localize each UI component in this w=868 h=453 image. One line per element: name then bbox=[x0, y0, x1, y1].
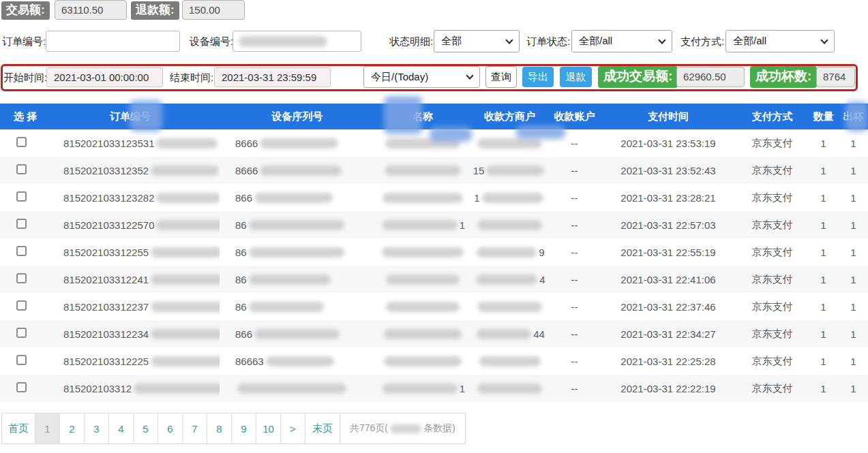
page-button[interactable]: 7 bbox=[182, 413, 207, 444]
row-checkbox[interactable] bbox=[16, 355, 27, 365]
cups-cell: 1 bbox=[839, 157, 868, 184]
row-checkbox[interactable] bbox=[16, 219, 27, 229]
pagination-next-button[interactable]: > bbox=[280, 413, 305, 444]
device-serial-cell: 8666 bbox=[220, 157, 375, 184]
pay-method-cell: 京东支付 bbox=[736, 238, 808, 266]
row-checkbox[interactable] bbox=[16, 382, 27, 392]
redaction-blur bbox=[156, 220, 220, 230]
row-checkbox[interactable] bbox=[16, 246, 27, 256]
row-checkbox[interactable] bbox=[16, 164, 27, 174]
device-serial-cell: 86 bbox=[220, 238, 375, 266]
redaction-blur bbox=[383, 220, 458, 230]
cups-cell: 1 bbox=[839, 293, 868, 320]
quick-range-value: 今日/(Today) bbox=[371, 71, 428, 84]
pay-time-cell: 2021-03-31 22:37:46 bbox=[600, 293, 736, 320]
order-number-cell: 81520210331235310481 bbox=[41, 129, 220, 157]
device-serial-cell: 86 bbox=[220, 293, 375, 320]
status-detail-select[interactable]: 全部 bbox=[434, 30, 520, 52]
redaction-patch bbox=[516, 125, 565, 139]
device-no-input[interactable] bbox=[233, 31, 361, 52]
order-no-input[interactable] bbox=[46, 31, 180, 52]
page-button[interactable]: 8 bbox=[207, 413, 232, 444]
export-button[interactable]: 导出 bbox=[522, 67, 554, 87]
order-number-cell: 815202103312328209 bbox=[41, 184, 220, 211]
page-button[interactable]: 10 bbox=[256, 413, 281, 444]
page-button[interactable]: 5 bbox=[133, 413, 158, 444]
pagination-summary: 共776页( 条数据) bbox=[340, 413, 466, 444]
order-number-cell: 8152021033122557 bbox=[41, 238, 220, 266]
row-checkbox[interactable] bbox=[16, 328, 27, 338]
order-status-value: 全部/all bbox=[579, 35, 612, 48]
redaction-blur bbox=[382, 247, 464, 257]
merchant-cell bbox=[470, 293, 549, 320]
search-button[interactable]: 查询 bbox=[485, 66, 517, 88]
pay-time-cell: 2021-03-31 23:53:19 bbox=[600, 129, 736, 157]
pay-time-cell: 2021-03-31 22:34:27 bbox=[600, 320, 736, 347]
redaction-blur bbox=[482, 193, 543, 203]
page-button[interactable]: 4 bbox=[108, 413, 134, 444]
quantity-cell: 1 bbox=[808, 347, 839, 375]
merchant-cell: 9 bbox=[470, 238, 549, 266]
redaction-blur bbox=[151, 166, 219, 176]
redaction-blur bbox=[249, 302, 324, 312]
refund-amount-value: 150.00 bbox=[182, 0, 245, 20]
start-time-label: 开始时间: bbox=[3, 72, 47, 84]
pagination-first-button[interactable]: 首页 bbox=[1, 413, 35, 444]
row-checkbox[interactable] bbox=[16, 191, 27, 202]
row-checkbox[interactable] bbox=[16, 300, 27, 311]
page-button[interactable]: 3 bbox=[84, 413, 109, 444]
device-serial-cell: 86 bbox=[220, 211, 375, 238]
pagination-last-button[interactable]: 末页 bbox=[305, 413, 340, 444]
chevron-down-icon bbox=[658, 36, 665, 44]
quantity-cell: 1 bbox=[808, 293, 839, 320]
pay-method-value: 全部/all bbox=[733, 35, 766, 48]
start-time-input[interactable]: 2021-03-01 00:00:00 bbox=[46, 67, 163, 87]
page-button[interactable]: 1 bbox=[35, 413, 60, 444]
account-cell: -- bbox=[549, 266, 600, 293]
redaction-blur bbox=[151, 356, 220, 366]
redaction-blur bbox=[477, 220, 542, 230]
page-button[interactable]: 6 bbox=[158, 413, 183, 444]
account-cell: -- bbox=[549, 157, 600, 184]
row-checkbox[interactable] bbox=[16, 273, 27, 283]
name-cell bbox=[375, 347, 470, 375]
account-cell: -- bbox=[549, 184, 600, 211]
refund-button[interactable]: 退款 bbox=[560, 67, 592, 87]
end-time-input[interactable]: 2021-03-31 23:59:59 bbox=[214, 67, 331, 87]
orders-table: 选 择订单编号设备序列号名称收款方商户收款账户支付时间支付方式数量出杯 8152… bbox=[0, 104, 868, 402]
account-cell: -- bbox=[549, 347, 600, 375]
name-cell bbox=[375, 157, 470, 184]
end-time-label: 结束时间: bbox=[170, 72, 213, 84]
redaction-blur bbox=[266, 356, 334, 366]
merchant-cell bbox=[470, 211, 549, 238]
redaction-blur bbox=[249, 275, 331, 285]
pay-method-label: 支付方式: bbox=[680, 35, 724, 48]
success-amount-label: 成功交易额: bbox=[598, 66, 678, 88]
refund-amount-label: 退款额: bbox=[131, 1, 179, 20]
redaction-blur bbox=[486, 166, 544, 176]
row-checkbox[interactable] bbox=[16, 137, 27, 147]
page-button[interactable]: 9 bbox=[231, 413, 256, 444]
account-cell: -- bbox=[549, 238, 600, 266]
order-number-cell: 815202103312257075 bbox=[41, 211, 220, 238]
redaction-blur bbox=[390, 424, 421, 433]
redaction-blur bbox=[134, 384, 220, 394]
pay-method-select[interactable]: 全部/all bbox=[725, 30, 835, 52]
device-serial-cell: 86663 bbox=[220, 347, 375, 375]
page-button[interactable]: 2 bbox=[59, 413, 85, 444]
order-status-select[interactable]: 全部/all bbox=[571, 30, 672, 52]
name-cell bbox=[375, 266, 470, 293]
quick-range-select[interactable]: 今日/(Today) bbox=[363, 66, 480, 88]
column-header: 支付时间 bbox=[600, 104, 736, 129]
pay-time-cell: 2021-03-31 23:52:43 bbox=[600, 157, 736, 184]
redaction-patch bbox=[384, 96, 422, 134]
success-amount-value: 62960.50 bbox=[676, 67, 745, 87]
column-header: 数量 bbox=[808, 104, 839, 129]
transaction-amount-label: 交易额: bbox=[1, 1, 50, 20]
table-row: 815202103312225 86663 -- 2021-03-31 22:2… bbox=[0, 347, 868, 375]
column-header: 设备序列号 bbox=[220, 104, 375, 129]
account-cell: -- bbox=[549, 293, 600, 320]
merchant-cell: 15 bbox=[470, 157, 549, 184]
merchant-cell: 4 bbox=[470, 266, 549, 293]
pagination: 首页 12345678910 > 末页 共776页( 条数据) bbox=[1, 413, 466, 444]
